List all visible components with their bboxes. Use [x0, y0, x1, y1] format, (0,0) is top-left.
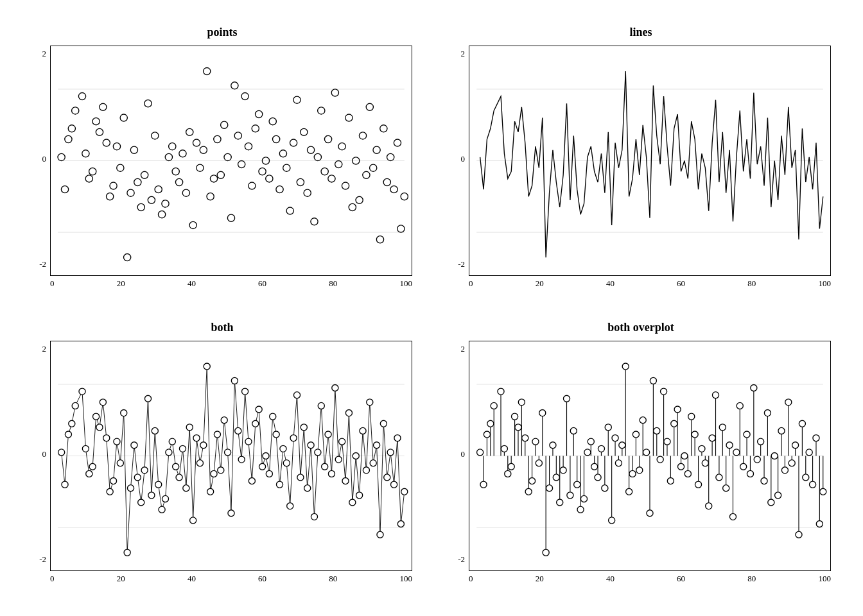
svg-point-342 [595, 474, 601, 481]
svg-point-157 [231, 377, 238, 384]
svg-point-9 [82, 150, 89, 157]
svg-point-163 [252, 420, 259, 427]
svg-point-21 [124, 254, 131, 261]
svg-point-340 [588, 438, 594, 445]
svg-point-362 [664, 438, 670, 445]
svg-point-151 [211, 470, 217, 477]
svg-point-404 [810, 481, 816, 488]
svg-point-130 [138, 499, 144, 506]
svg-point-350 [622, 363, 629, 370]
svg-point-38 [182, 189, 189, 196]
svg-point-36 [175, 178, 182, 185]
svg-point-204 [394, 435, 401, 441]
chart-both-title: both [211, 321, 233, 334]
svg-point-20 [120, 114, 127, 121]
svg-point-331 [557, 499, 563, 506]
svg-point-134 [152, 427, 158, 434]
svg-point-330 [553, 474, 559, 481]
svg-point-116 [89, 463, 96, 470]
svg-point-23 [130, 146, 137, 153]
svg-point-353 [632, 431, 639, 438]
chart-lines: lines 2 0 -2 0 20 40 60 80 100 [432, 13, 850, 308]
svg-point-191 [349, 499, 356, 506]
svg-point-309 [477, 449, 484, 456]
svg-point-185 [328, 470, 335, 477]
svg-point-4 [61, 186, 68, 193]
svg-point-315 [501, 445, 507, 452]
svg-point-67 [283, 164, 290, 171]
svg-point-376 [712, 392, 719, 398]
svg-point-16 [107, 193, 114, 200]
svg-point-108 [58, 449, 65, 456]
svg-point-329 [550, 442, 556, 449]
svg-point-322 [525, 488, 532, 495]
svg-point-194 [360, 427, 366, 434]
svg-point-79 [324, 135, 331, 142]
svg-point-326 [539, 410, 546, 416]
svg-point-83 [338, 143, 345, 150]
svg-point-28 [148, 196, 155, 203]
svg-point-401 [799, 420, 805, 427]
svg-point-403 [806, 449, 812, 456]
svg-point-63 [269, 118, 276, 125]
svg-point-197 [370, 460, 376, 466]
svg-point-152 [214, 431, 220, 438]
svg-point-49 [221, 121, 228, 128]
svg-point-72 [301, 128, 308, 135]
svg-point-314 [498, 388, 504, 395]
svg-point-98 [390, 186, 397, 193]
svg-point-73 [304, 189, 311, 196]
svg-point-361 [661, 388, 667, 395]
svg-point-161 [245, 438, 252, 445]
svg-point-24 [134, 178, 141, 185]
svg-point-172 [283, 460, 290, 466]
svg-point-117 [93, 413, 100, 420]
x-axis-both-overplot: 0 20 40 60 80 100 [469, 571, 831, 584]
svg-point-373 [702, 460, 708, 466]
svg-point-71 [297, 178, 304, 185]
x-axis-points: 0 20 40 60 80 100 [50, 276, 412, 289]
svg-point-344 [602, 485, 608, 492]
svg-point-358 [650, 377, 656, 384]
svg-point-42 [196, 164, 204, 171]
svg-point-13 [96, 128, 103, 135]
svg-point-178 [304, 485, 311, 492]
svg-point-392 [768, 499, 774, 506]
svg-point-150 [207, 488, 214, 495]
svg-point-29 [152, 132, 159, 139]
svg-point-407 [820, 488, 826, 495]
svg-point-121 [107, 488, 113, 495]
svg-point-175 [293, 392, 300, 398]
svg-point-53 [234, 132, 241, 139]
svg-point-76 [314, 153, 321, 160]
svg-point-332 [560, 467, 566, 474]
svg-point-128 [131, 442, 137, 449]
svg-point-367 [681, 452, 688, 459]
svg-point-120 [103, 435, 110, 441]
svg-point-153 [218, 467, 224, 474]
svg-point-113 [79, 388, 85, 395]
svg-point-62 [266, 175, 273, 182]
svg-point-123 [114, 438, 120, 445]
svg-point-371 [695, 481, 701, 488]
svg-point-179 [308, 442, 314, 449]
svg-point-168 [270, 413, 276, 420]
plot-box-both [50, 341, 412, 571]
svg-point-182 [318, 402, 324, 409]
svg-point-393 [771, 452, 778, 459]
svg-point-200 [380, 420, 387, 427]
svg-point-181 [315, 449, 321, 456]
svg-point-380 [726, 442, 733, 449]
svg-point-370 [692, 431, 698, 438]
svg-point-145 [190, 517, 196, 524]
svg-point-386 [747, 470, 753, 477]
svg-point-89 [359, 132, 366, 139]
svg-point-184 [325, 431, 331, 438]
svg-point-136 [159, 506, 165, 513]
svg-point-97 [387, 153, 394, 160]
svg-point-26 [141, 171, 148, 178]
svg-point-381 [729, 513, 736, 520]
svg-point-390 [761, 478, 767, 484]
svg-point-17 [110, 182, 117, 189]
svg-point-154 [221, 417, 227, 424]
